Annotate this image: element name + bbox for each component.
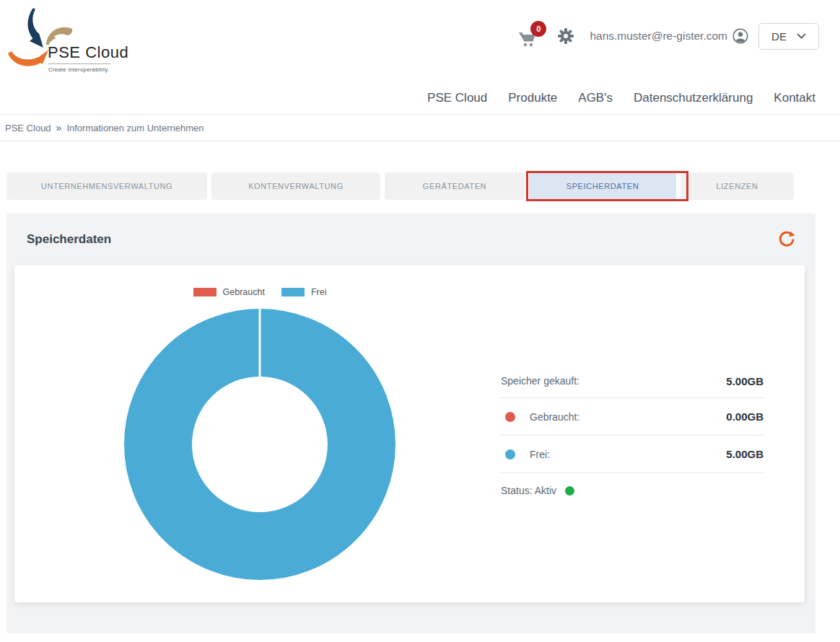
settings-button[interactable] <box>558 28 574 44</box>
pse-cloud-logo[interactable]: PSE Cloud Create interoperability. <box>6 6 136 78</box>
user-icon <box>732 28 748 44</box>
donut-chart <box>124 309 395 580</box>
legend-swatch-gebraucht <box>193 288 216 296</box>
top-bar: PSE Cloud Create interoperability. 0 <box>0 0 840 115</box>
language-code: DE <box>771 30 787 43</box>
gear-icon <box>558 28 574 44</box>
panel-title: Speicherdaten <box>27 232 111 247</box>
chevron-down-icon <box>797 33 806 39</box>
blue-dot-icon <box>505 449 515 459</box>
storage-card: Gebraucht Frei Speicher gekauft: 5.00GB <box>14 265 805 602</box>
nav-item-pse-cloud[interactable]: PSE Cloud <box>427 91 487 105</box>
logo-divider <box>48 63 110 64</box>
breadcrumb-root[interactable]: PSE Cloud <box>5 123 51 133</box>
nav-item-kontakt[interactable]: Kontakt <box>774 91 815 105</box>
storage-row-gebraucht: Gebraucht: 0.00GB <box>501 398 764 436</box>
logo-tagline: Create interoperability. <box>48 66 110 73</box>
tab-speicherdaten-label: SPEICHERDATEN <box>566 182 639 190</box>
storage-row-gekauft: Speicher gekauft: 5.00GB <box>501 364 764 398</box>
refresh-icon <box>777 230 796 249</box>
tab-geraetedaten[interactable]: GERÄTEDATEN <box>385 172 525 200</box>
logo-title: PSE Cloud <box>48 43 128 62</box>
status-active-dot-icon <box>565 486 574 496</box>
cart-count-badge: 0 <box>530 21 546 37</box>
red-dot-icon <box>505 412 515 422</box>
storage-label: Frei: <box>530 449 726 460</box>
breadcrumb-separator: » <box>56 122 62 133</box>
header-actions: 0 hans.muster@re-gister.com <box>517 22 819 50</box>
storage-value: 5.00GB <box>726 448 764 460</box>
tab-kontenverwaltung[interactable]: KONTENVERWALTUNG <box>211 172 380 200</box>
tab-unternehmensverwaltung[interactable]: UNTERNEHMENSVERWALTUNG <box>6 172 207 200</box>
legend-label-frei: Frei <box>311 287 327 297</box>
content-area: UNTERNEHMENSVERWALTUNG KONTENVERWALTUNG … <box>6 142 815 633</box>
storage-row-frei: Frei: 5.00GB <box>501 436 764 473</box>
nav-item-datenschutz[interactable]: Datenschutzerklärung <box>634 91 753 105</box>
storage-value: 5.00GB <box>726 375 764 387</box>
speicherdaten-panel: Speicherdaten Gebraucht Frei <box>6 214 815 633</box>
tab-bar: UNTERNEHMENSVERWALTUNG KONTENVERWALTUNG … <box>6 172 815 200</box>
refresh-button[interactable] <box>777 230 796 249</box>
status-row: Status: Aktiv <box>501 485 764 496</box>
breadcrumb-current: Informationen zum Unternehmen <box>66 123 204 133</box>
tab-lizenzen[interactable]: LIZENZEN <box>681 172 794 200</box>
nav-item-agbs[interactable]: AGB's <box>578 91 613 105</box>
storage-label: Speicher gekauft: <box>501 375 726 387</box>
legend-label-gebraucht: Gebraucht <box>223 287 265 297</box>
legend-swatch-frei <box>281 288 305 296</box>
main-nav: PSE Cloud Produkte AGB's Datenschutzerkl… <box>427 91 815 105</box>
user-menu-button[interactable] <box>732 28 748 44</box>
language-selector[interactable]: DE <box>758 23 819 50</box>
user-email[interactable]: hans.muster@re-gister.com <box>590 30 727 43</box>
chart-legend: Gebraucht Frei <box>108 287 411 297</box>
status-label: Status: Aktiv <box>501 485 556 496</box>
tab-speicherdaten[interactable]: SPEICHERDATEN <box>529 172 676 200</box>
storage-info: Speicher gekauft: 5.00GB Gebraucht: 0.00… <box>501 364 764 496</box>
cart-button[interactable]: 0 <box>517 23 542 49</box>
breadcrumb: PSE Cloud » Informationen zum Unternehme… <box>0 115 840 141</box>
storage-value: 0.00GB <box>726 410 764 423</box>
nav-item-produkte[interactable]: Produkte <box>508 91 557 105</box>
storage-label: Gebraucht: <box>530 411 726 423</box>
